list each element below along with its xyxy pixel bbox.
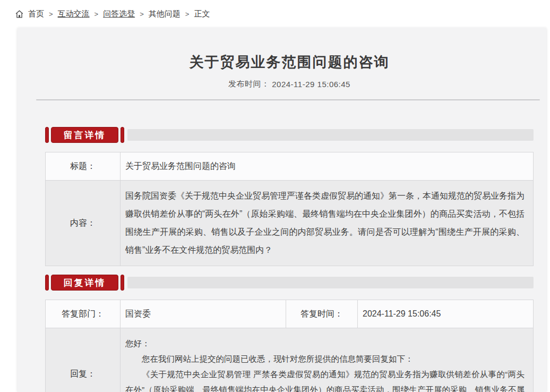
message-section-header: 留言详情 [45,127,534,143]
red-bar-icon [45,275,49,291]
message-title-label: 标题： [46,152,120,180]
breadcrumb-separator: > [140,10,144,18]
breadcrumb-item-home[interactable]: 首页 [28,9,44,19]
message-content-value: 国务院国资委《关于规范中央企业贸易管理严谨各类虚假贸易的通知》第一条，本通知规范… [120,181,533,266]
publish-time: 发布时间： 2024-11-29 15:06:45 [45,79,534,89]
message-table: 标题： 关于贸易业务范围问题的咨询 内容： 国务院国资委《关于规范中央企业贸易管… [45,152,534,266]
breadcrumb-separator: > [49,10,53,18]
title-divider [36,99,540,100]
reply-dept-label: 答复部门： [46,300,120,328]
red-bar-icon [45,127,49,143]
reply-paragraph: 您在我们网站上提交的问题已收悉，现针对您所提供的信息简要回复如下： [125,351,525,367]
breadcrumb: 首页 > 互动交流 > 问答选登 > 其他问题 > 正文 [0,0,550,28]
reply-time-value: 2024-11-29 15:06:45 [357,300,533,328]
table-row: 标题： 关于贸易业务范围问题的咨询 [46,152,533,180]
message-title-value: 关于贸易业务范围问题的咨询 [120,152,533,180]
reply-content-value: 您好： 您在我们网站上提交的问题已收悉，现针对您所提供的信息简要回复如下： 《关… [120,328,533,392]
reply-table: 答复部门： 国资委 答复时间： 2024-11-29 15:06:45 回复： … [45,300,534,392]
reply-section-badge: 回复详情 [51,275,118,291]
reply-paragraph: 您好： [125,336,525,351]
breadcrumb-separator: > [94,10,99,18]
message-section-badge: 留言详情 [51,127,118,143]
publish-time-label: 发布时间： [228,79,270,88]
publish-time-value: 2024-11-29 15:06:45 [272,80,350,89]
section-header-strip [127,277,534,288]
breadcrumb-item-qa[interactable]: 问答选登 [103,9,135,19]
reply-section-header: 回复详情 [45,275,534,291]
message-content-label: 内容： [46,181,120,266]
reply-paragraph: 《关于规范中央企业贸易管理 严禁各类虚假贸易的通知》规范的贸易业务指为赚取供销差… [125,367,525,392]
breadcrumb-item-other[interactable]: 其他问题 [149,9,181,19]
reply-dept-value: 国资委 [120,300,286,328]
table-row: 回复： 您好： 您在我们网站上提交的问题已收悉，现针对您所提供的信息简要回复如下… [46,328,533,392]
table-row: 答复部门： 国资委 答复时间： 2024-11-29 15:06:45 [46,300,533,328]
article-card: 关于贸易业务范围问题的咨询 发布时间： 2024-11-29 15:06:45 … [18,28,546,392]
reply-content-label: 回复： [46,328,120,392]
red-bar-icon [121,127,124,143]
table-row: 内容： 国务院国资委《关于规范中央企业贸易管理严谨各类虚假贸易的通知》第一条，本… [46,180,533,266]
message-content-text: 国务院国资委《关于规范中央企业贸易管理严谨各类虚假贸易的通知》第一条，本通知规范… [125,187,525,259]
home-icon[interactable] [15,10,24,19]
red-bar-icon [121,275,124,291]
reply-time-label: 答复时间： [286,300,357,328]
breadcrumb-separator: > [185,10,190,18]
page-title: 关于贸易业务范围问题的咨询 [45,28,534,72]
breadcrumb-item-interaction[interactable]: 互动交流 [58,9,90,19]
section-header-strip [127,129,534,141]
breadcrumb-item-current: 正文 [194,9,210,19]
